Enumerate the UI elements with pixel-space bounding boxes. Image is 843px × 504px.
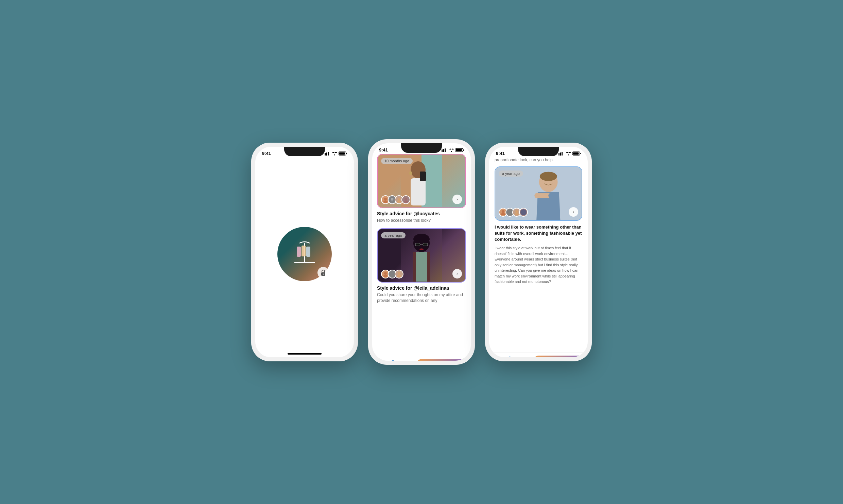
avatars-row-right: [499, 208, 526, 217]
mini-avatar-7: [395, 270, 403, 278]
avatars-row-2: [381, 270, 401, 278]
truncated-text: proportionate look, can you help.: [495, 157, 582, 166]
next-button-1[interactable]: ›: [452, 195, 462, 204]
overview-icon-center: [390, 359, 396, 361]
lock-icon: [317, 267, 329, 278]
svg-point-26: [409, 171, 412, 175]
time-badge-1: 10 months ago: [381, 158, 413, 164]
mini-avatar-r4: [519, 208, 528, 217]
svg-point-47: [398, 272, 400, 275]
phone-right: 9:41 proportionate look, can you help.: [485, 143, 592, 361]
svg-point-52: [568, 154, 569, 155]
svg-rect-25: [420, 172, 426, 181]
svg-rect-16: [445, 148, 446, 152]
time-badge-2: a year ago: [381, 232, 406, 238]
tab-team-right[interactable]: Our team, on your side: [533, 356, 585, 357]
svg-point-58: [540, 172, 557, 181]
post-image-1: 10 months ago ☆: [377, 154, 466, 208]
svg-point-17: [451, 151, 452, 152]
svg-rect-24: [411, 178, 426, 205]
time-right: 9:41: [496, 151, 505, 156]
svg-point-27: [384, 198, 387, 200]
svg-point-43: [419, 248, 424, 250]
svg-rect-5: [339, 152, 345, 155]
svg-rect-60: [548, 193, 558, 198]
phone-left-inner: 9:41: [255, 147, 354, 357]
right-post-body: I wear this style at work but at times f…: [495, 245, 582, 353]
notch-left: [284, 147, 325, 156]
next-button-2[interactable]: ›: [452, 269, 462, 278]
mini-avatar-4: [401, 195, 410, 204]
svg-point-62: [501, 213, 505, 215]
bottom-bar-left: [288, 353, 322, 355]
time-badge-right: a year ago: [499, 170, 523, 177]
time-center: 9:41: [379, 147, 388, 152]
tab-overview-right[interactable]: Overview: [489, 356, 531, 357]
svg-point-3: [334, 154, 335, 155]
phone-right-inner: 9:41 proportionate look, can you help.: [489, 147, 588, 357]
next-button-right[interactable]: ›: [569, 207, 578, 217]
svg-point-45: [383, 275, 388, 277]
svg-rect-15: [443, 149, 444, 152]
post-image-2: a year ago: [377, 228, 466, 283]
svg-rect-6: [346, 153, 347, 154]
phone-right-content: proportionate look, can you help.: [489, 157, 588, 353]
svg-point-13: [323, 274, 324, 275]
svg-point-35: [404, 200, 408, 203]
svg-point-32: [398, 198, 400, 200]
svg-rect-10: [302, 246, 306, 256]
post-title-1: Style advice for @lucycates: [377, 211, 466, 216]
time-left: 9:41: [262, 151, 271, 156]
notch-right: [518, 147, 559, 156]
svg-rect-0: [325, 153, 326, 156]
phone-left-content: [255, 157, 354, 351]
svg-rect-51: [562, 152, 563, 156]
overview-icon-right: [506, 356, 513, 357]
svg-rect-40: [415, 243, 420, 246]
post-desc-2: Could you share your thoughts on my atti…: [377, 292, 466, 304]
svg-point-39: [413, 234, 430, 245]
phone-center-content: 10 months ago ☆: [372, 154, 471, 356]
post-card-1: 10 months ago ☆: [377, 154, 466, 223]
svg-rect-11: [306, 247, 310, 257]
tab-bar-center: Overview Our team, on your side: [372, 356, 471, 361]
post-title-2: Style advice for @leila_adelinaa: [377, 285, 466, 291]
tab-team-center[interactable]: Our team, on your side: [416, 359, 468, 361]
phone-center: 9:41: [368, 139, 475, 365]
svg-point-65: [515, 213, 519, 215]
svg-point-33: [397, 200, 401, 203]
svg-rect-54: [573, 152, 579, 155]
phone-center-inner: 9:41: [372, 143, 471, 361]
right-post-image: a year ago: [495, 166, 582, 221]
svg-point-66: [520, 209, 527, 215]
svg-rect-19: [456, 149, 462, 151]
tab-overview-center[interactable]: Overview: [372, 359, 414, 361]
post-card-2: a year ago: [377, 228, 466, 304]
status-icons-center: [442, 148, 464, 152]
svg-point-34: [405, 198, 407, 200]
svg-rect-14: [442, 149, 443, 152]
right-post-title: I would like to wear something other tha…: [495, 224, 582, 243]
status-icons-right: [558, 151, 581, 156]
svg-point-44: [384, 272, 387, 275]
notch-center: [401, 143, 442, 153]
avatars-row-1: ☆: [381, 195, 408, 204]
avatar-container: [277, 227, 332, 281]
svg-rect-49: [558, 153, 560, 156]
svg-point-61: [502, 210, 504, 213]
svg-rect-1: [326, 152, 327, 156]
svg-rect-9: [297, 247, 301, 257]
svg-point-28: [383, 200, 388, 203]
svg-rect-2: [328, 152, 329, 156]
svg-point-64: [515, 210, 518, 213]
svg-rect-20: [463, 149, 464, 151]
svg-text:☆: ☆: [391, 199, 393, 202]
phones-container: 9:41: [251, 139, 592, 365]
svg-rect-50: [560, 152, 561, 156]
svg-point-48: [397, 275, 401, 277]
svg-rect-55: [580, 153, 581, 154]
post-desc-1: How to accessorise this look?: [377, 218, 466, 223]
tab-bar-right: Overview Our team, on your side: [489, 353, 588, 357]
phone-left: 9:41: [251, 143, 358, 361]
svg-rect-41: [423, 243, 428, 246]
